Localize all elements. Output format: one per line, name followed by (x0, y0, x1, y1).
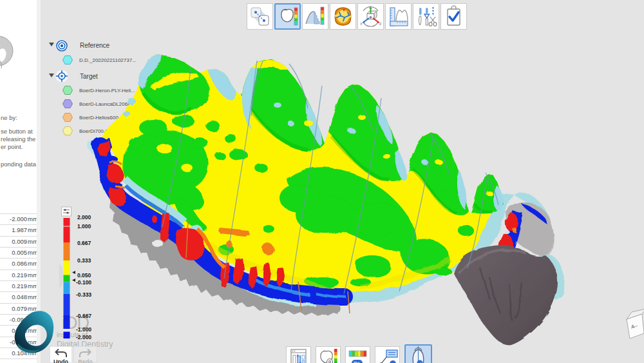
svg-text:Z: Z (379, 22, 382, 26)
svg-text:Y: Y (369, 5, 372, 9)
svg-text:A~: A~ (630, 323, 638, 330)
svg-text:✓: ✓ (419, 361, 422, 363)
svg-text:X: X (360, 22, 363, 26)
